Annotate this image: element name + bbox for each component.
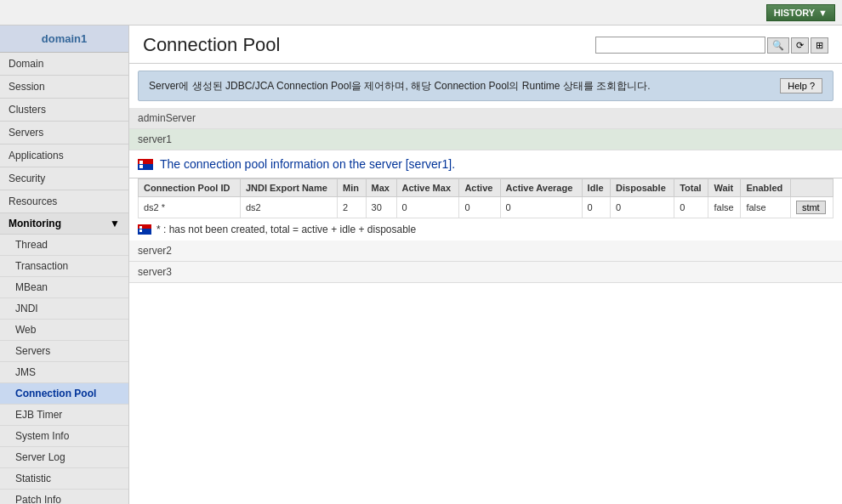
table-header-row: Connection Pool ID JNDI Export Name Min … xyxy=(139,179,833,197)
sidebar: domain1 Domain Session Clusters Servers … xyxy=(0,25,129,504)
info-text: Server에 생성된 JDBC/JCA Connection Pool을 제어… xyxy=(149,78,651,93)
col-max: Max xyxy=(366,179,396,197)
col-min: Min xyxy=(338,179,366,197)
server-row-server3[interactable]: server3 xyxy=(129,262,842,283)
col-total: Total xyxy=(674,179,708,197)
refresh-icon: ⟳ xyxy=(796,40,804,50)
col-disposable: Disposable xyxy=(611,179,674,197)
monitoring-header[interactable]: Monitoring ▼ xyxy=(0,213,128,235)
sidebar-sub-transaction[interactable]: Transaction xyxy=(0,256,128,277)
server-row-server1[interactable]: server1 xyxy=(129,129,842,150)
col-jndi: JNDI Export Name xyxy=(240,179,337,197)
connection-pool-table: Connection Pool ID JNDI Export Name Min … xyxy=(138,178,833,218)
main-content: Connection Pool 🔍 ⟳ ⊞ Server에 생성된 JDBC/J… xyxy=(129,25,842,504)
toolbar-right: 🔍 ⟳ ⊞ xyxy=(595,37,828,54)
cell-wait: false xyxy=(708,197,741,218)
sidebar-item-session[interactable]: Session xyxy=(0,76,128,99)
col-active-avg: Active Average xyxy=(500,179,582,197)
note-text: * : has not been created, total = active… xyxy=(156,224,416,235)
col-idle: Idle xyxy=(582,179,610,197)
svg-rect-4 xyxy=(139,165,143,168)
top-bar: HISTORY ▼ xyxy=(0,0,842,25)
cell-min: 2 xyxy=(338,197,366,218)
sidebar-sub-web[interactable]: Web xyxy=(0,320,128,341)
sidebar-item-security[interactable]: Security xyxy=(0,167,128,190)
export-button[interactable]: ⊞ xyxy=(811,37,828,54)
cell-action: stmt xyxy=(790,197,833,218)
cell-total: 0 xyxy=(674,197,708,218)
cell-jndi: ds2 xyxy=(240,197,337,218)
cell-active-max: 0 xyxy=(396,197,459,218)
chevron-icon: ▼ xyxy=(110,218,120,229)
table-row: ds2 * ds2 2 30 0 0 0 0 0 0 false false s… xyxy=(139,197,833,218)
note-row: * : has not been created, total = active… xyxy=(129,218,842,241)
search-button[interactable]: 🔍 xyxy=(767,37,789,54)
main-header: Connection Pool 🔍 ⟳ ⊞ xyxy=(129,25,842,64)
sidebar-sub-thread[interactable]: Thread xyxy=(0,235,128,256)
cell-active: 0 xyxy=(459,197,500,218)
domain-label[interactable]: domain1 xyxy=(0,25,128,53)
cell-idle: 0 xyxy=(582,197,610,218)
chevron-down-icon: ▼ xyxy=(818,8,828,18)
server-row-server2[interactable]: server2 xyxy=(129,241,842,262)
sidebar-sub-server-log[interactable]: Server Log xyxy=(0,447,128,468)
flag-note-icon xyxy=(138,224,151,235)
sidebar-sub-servers[interactable]: Servers xyxy=(0,341,128,362)
sidebar-sub-connection-pool[interactable]: Connection Pool xyxy=(0,383,128,405)
svg-rect-3 xyxy=(139,161,143,164)
svg-rect-8 xyxy=(139,229,142,232)
page-title: Connection Pool xyxy=(143,34,280,56)
history-button[interactable]: HISTORY ▼ xyxy=(766,4,835,21)
cell-disposable: 0 xyxy=(611,197,674,218)
flag-icon xyxy=(138,159,153,170)
sidebar-sub-statistic[interactable]: Statistic xyxy=(0,468,128,490)
sidebar-item-applications[interactable]: Applications xyxy=(0,144,128,167)
search-input[interactable] xyxy=(595,37,765,54)
col-wait: Wait xyxy=(708,179,741,197)
sidebar-item-servers[interactable]: Servers xyxy=(0,122,128,144)
section-title: The connection pool information on the s… xyxy=(160,157,455,171)
cell-active-avg: 0 xyxy=(500,197,582,218)
sidebar-sub-jms[interactable]: JMS xyxy=(0,362,128,383)
cell-enabled: false xyxy=(741,197,790,218)
table-wrapper: Connection Pool ID JNDI Export Name Min … xyxy=(138,178,833,218)
sidebar-sub-mbean[interactable]: MBean xyxy=(0,277,128,298)
server-row-admin[interactable]: adminServer xyxy=(129,108,842,129)
cell-max: 30 xyxy=(366,197,396,218)
sidebar-sub-jndi[interactable]: JNDI xyxy=(0,298,128,320)
cell-pool-id: ds2 * xyxy=(139,197,241,218)
sidebar-item-resources[interactable]: Resources xyxy=(0,190,128,213)
svg-rect-7 xyxy=(139,226,142,229)
col-pool-id: Connection Pool ID xyxy=(139,179,241,197)
col-active-max: Active Max xyxy=(396,179,459,197)
stmt-button[interactable]: stmt xyxy=(796,201,826,214)
info-banner: Server에 생성된 JDBC/JCA Connection Pool을 제어… xyxy=(138,71,833,101)
col-enabled: Enabled xyxy=(741,179,790,197)
sidebar-sub-ejb-timer[interactable]: EJB Timer xyxy=(0,405,128,426)
sidebar-item-domain[interactable]: Domain xyxy=(0,53,128,76)
sidebar-sub-patch-info[interactable]: Patch Info xyxy=(0,490,128,504)
refresh-button[interactable]: ⟳ xyxy=(791,37,809,54)
section-header: The connection pool information on the s… xyxy=(129,150,842,178)
sidebar-sub-system-info[interactable]: System Info xyxy=(0,426,128,447)
export-icon: ⊞ xyxy=(816,40,823,50)
search-icon: 🔍 xyxy=(772,40,784,50)
help-button[interactable]: Help ? xyxy=(780,78,822,93)
col-action xyxy=(790,179,833,197)
col-active: Active xyxy=(459,179,500,197)
sidebar-item-clusters[interactable]: Clusters xyxy=(0,99,128,122)
